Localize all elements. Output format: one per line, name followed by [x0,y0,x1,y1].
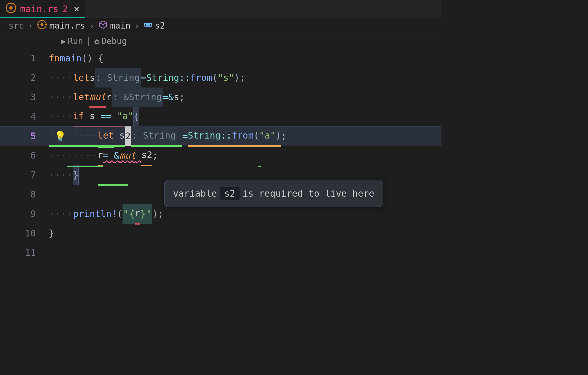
codelens-run[interactable]: ▶ Run [61,36,83,46]
svg-point-11 [40,23,43,26]
keyword-let: let [73,88,89,107]
operator: = [103,146,109,165]
colon: : [112,92,118,102]
svg-point-1 [9,6,12,9]
punctuation: ; [152,146,158,165]
close-icon[interactable]: × [74,3,80,15]
whitespace: ········ [49,126,98,147]
code-line-active[interactable]: 💡 5 ········let s2: String = String::fro… [0,126,441,146]
line-content[interactable]: ········let s2: String = String::from("a… [49,126,287,147]
variable: s [174,88,179,107]
operator: :: [179,68,190,88]
punctuation: ; [179,88,185,107]
operator: = [163,88,168,107]
variable: s [119,126,125,147]
whitespace: ···· [49,68,73,88]
line-content[interactable]: ····let mut r: &String = &s; [49,87,185,108]
codelens-debug[interactable]: ✿ Debug [94,36,127,46]
gear-icon: ✿ [94,36,99,46]
method-name: from [232,126,254,147]
code-line[interactable]: 10 } [0,224,441,243]
line-number: 4 [0,107,49,126]
codelens-debug-label: Debug [101,36,127,46]
punctuation: ( [254,126,259,147]
keyword-fn: fn [49,49,60,68]
keyword-let: let [98,126,114,147]
line-number: 8 [0,185,49,204]
variable: s [89,68,95,88]
breadcrumb-src-text: src [9,21,24,31]
variable-icon [144,21,152,31]
line-content[interactable]: ········r = &mut s2; [49,145,158,166]
line-content[interactable]: ····if s == "a" { [49,106,139,127]
code-line[interactable]: 2 ····let s: String = String::from("s"); [0,68,441,88]
line-content[interactable]: ····} [49,165,78,185]
type-hint: String [107,72,140,83]
punctuation: ) [234,68,240,88]
keyword-let: let [73,68,89,88]
punctuation: ( [212,68,218,88]
code-line[interactable]: 11 [0,243,441,263]
code-line[interactable]: 3 ····let mut r: &String = &s; [0,88,441,107]
function-name: main [60,49,81,68]
chevron-right-icon: › [89,21,94,30]
code-line[interactable]: 6 ········r = &mut s2; [0,146,441,165]
string-literal: " [146,204,152,224]
line-number: 3 [0,88,49,107]
macro-name: println! [73,204,117,224]
breadcrumb-var-text: s2 [155,21,165,31]
codelens-run-label: Run [68,36,83,46]
code-line[interactable]: 4 ····if s == "a" { [0,107,441,126]
code-editor[interactable]: 1 fn main() { 2 ····let s: String = Stri… [0,49,441,263]
format-variable: r [135,204,140,225]
tab-problems-badge: 2 [62,4,67,14]
brace-close: } [49,224,54,243]
code-line[interactable]: 9 ····println!("{r}"); [0,204,441,224]
method-name: from [190,68,212,88]
codelens: ▶ Run | ✿ Debug [61,33,441,49]
keyword-if: if [73,106,84,127]
punctuation: ) [152,204,158,224]
line-number: 9 [0,204,49,224]
punctuation: ; [281,126,287,146]
operator: :: [221,126,232,147]
colon: : [96,72,102,83]
brace-close: } [73,165,78,185]
line-content[interactable]: ····let s: String = String::from("s"); [49,68,245,88]
type-hint: String [143,130,176,141]
string-literal: { [129,204,135,224]
breadcrumb-file-text: main.rs [49,21,85,31]
line-content[interactable]: fn main() { [49,49,104,68]
line-number-current: 5 [0,126,49,146]
type-hint: &String [123,92,162,102]
breadcrumb-fn-text: main [110,21,130,31]
code-line[interactable]: 1 fn main() { [0,49,441,68]
chevron-right-icon: › [135,21,140,30]
brace-open: { [133,107,139,126]
tab-bar: main.rs 2 × [0,0,441,18]
breadcrumb: src › main.rs › main › s2 [0,18,441,33]
punctuation: ) [276,126,281,147]
breadcrumb-file[interactable]: main.rs [37,20,85,32]
line-content[interactable]: ····println!("{r}"); [49,204,163,225]
whitespace: ········ [49,146,98,165]
operator: = [182,126,188,146]
tab-main-rs[interactable]: main.rs 2 × [0,0,85,18]
tooltip-variable: s2 [220,187,240,200]
breadcrumb-function[interactable]: main [99,20,130,31]
operator: == [101,106,112,127]
line-content[interactable]: } [49,224,54,243]
cursor-position: 2 [125,126,131,146]
ampersand: & [114,146,119,165]
type-name: String [146,68,179,88]
variable: r [106,88,112,107]
string-literal: " [123,204,129,224]
line-number: 7 [0,165,49,185]
keyword-mut: mut [119,146,136,165]
operator: = [141,68,146,88]
line-number: 11 [0,243,49,263]
whitespace: ···· [49,88,73,107]
breadcrumb-src[interactable]: src [9,21,24,31]
punctuation: ( [117,204,123,224]
breadcrumb-variable[interactable]: s2 [144,21,165,31]
